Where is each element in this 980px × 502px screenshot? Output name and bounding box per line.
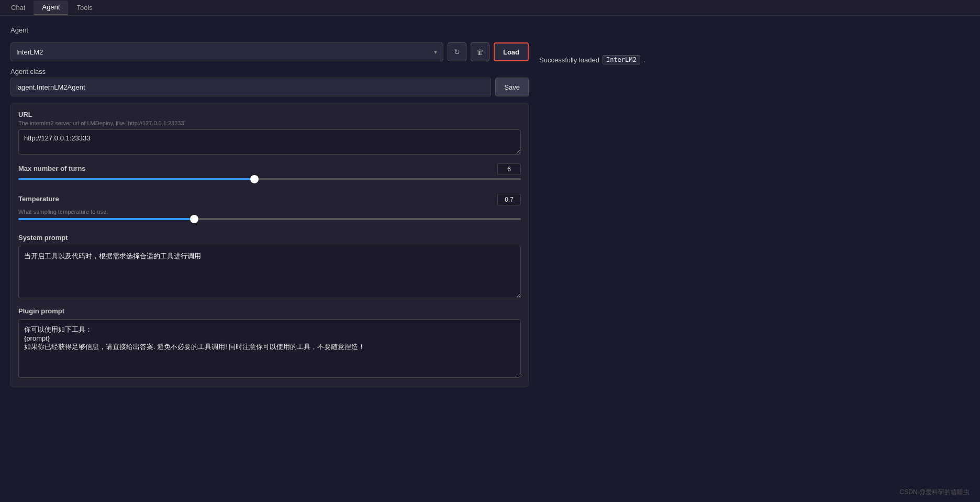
max-turns-track <box>18 178 521 180</box>
system-prompt-label: System prompt <box>18 234 521 242</box>
max-turns-fill <box>18 178 254 180</box>
temperature-value: 0.7 <box>497 194 521 205</box>
agent-class-row: Save <box>10 78 529 96</box>
tab-agent[interactable]: Agent <box>34 1 68 15</box>
status-text: Successfully loaded InterLM2 . <box>539 55 970 64</box>
delete-button[interactable]: 🗑 <box>471 42 489 61</box>
agent-selector-row: InterLM2 ▼ ↻ 🗑 Load <box>10 42 529 61</box>
status-prefix: Successfully loaded <box>539 56 599 64</box>
right-panel: Successfully loaded InterLM2 . <box>539 26 970 387</box>
plugin-prompt-label: Plugin prompt <box>18 307 521 315</box>
load-button[interactable]: Load <box>494 42 529 61</box>
temperature-track <box>18 218 521 220</box>
status-suffix: . <box>643 56 645 64</box>
refresh-button[interactable]: ↻ <box>448 42 466 61</box>
tab-chat[interactable]: Chat <box>3 1 34 15</box>
tab-tools[interactable]: Tools <box>68 1 101 15</box>
temperature-label: Temperature <box>18 195 59 203</box>
plugin-prompt-section: Plugin prompt <box>18 307 521 379</box>
max-turns-section: Max number of turns 6 <box>18 163 521 187</box>
system-prompt-textarea[interactable] <box>18 246 521 298</box>
footer-watermark: CSDN @爱科研的瞌睡虫 <box>899 488 970 497</box>
temperature-description: What sampling temperature to use. <box>18 209 521 215</box>
temperature-header: Temperature 0.7 <box>18 194 521 205</box>
max-turns-label: Max number of turns <box>18 165 86 172</box>
url-input[interactable] <box>18 129 521 155</box>
agent-class-input[interactable] <box>10 78 491 96</box>
url-section: URL The internlm2 server url of LMDeploy… <box>18 111 521 156</box>
url-description: The internlm2 server url of LMDeploy, li… <box>18 120 521 126</box>
left-panel: Agent InterLM2 ▼ ↻ 🗑 Load Agent class Sa… <box>10 26 529 387</box>
agent-dropdown[interactable]: InterLM2 <box>10 42 443 61</box>
agent-dropdown-wrapper: InterLM2 ▼ <box>10 42 443 61</box>
url-label: URL <box>18 111 521 118</box>
agent-class-label: Agent class <box>10 68 529 75</box>
status-badge: InterLM2 <box>603 55 640 64</box>
config-box: URL The internlm2 server url of LMDeploy… <box>10 103 529 387</box>
save-button[interactable]: Save <box>495 78 529 96</box>
max-turns-value: 6 <box>497 163 521 175</box>
refresh-icon: ↻ <box>454 48 460 56</box>
top-nav: Chat Agent Tools <box>0 0 980 16</box>
max-turns-header: Max number of turns 6 <box>18 163 521 175</box>
temperature-section: Temperature 0.7 What sampling temperatur… <box>18 194 521 226</box>
trash-icon: 🗑 <box>476 48 484 56</box>
plugin-prompt-textarea[interactable] <box>18 319 521 378</box>
agent-class-section: Agent class Save <box>10 68 529 96</box>
system-prompt-section: System prompt <box>18 234 521 300</box>
temperature-fill <box>18 218 194 220</box>
agent-section-label: Agent <box>10 26 529 34</box>
